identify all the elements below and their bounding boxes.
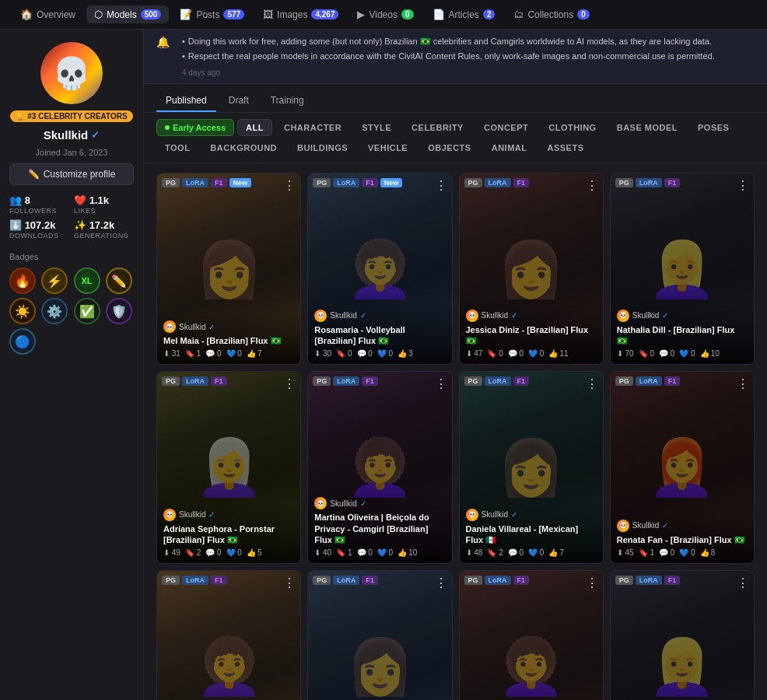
card-image: 👩 PGLoRAF1 ⋮ 💀 Skullkid ✓ Daniela Villar… <box>460 372 603 563</box>
followers-icon: 👥 <box>9 194 22 206</box>
card-user-name: Skullkid <box>482 311 508 320</box>
notice-text-1: Doing this work for free, adding some (b… <box>188 36 712 47</box>
model-card-10[interactable]: 👩 PGLoRAF1 ⋮ 💀 Skullkid ✓ Nicole Diretor… <box>307 570 452 700</box>
badge-lora: LoRA <box>182 576 208 585</box>
filter-buildings[interactable]: BUILDINGS <box>289 139 356 156</box>
card-comments: 💬 0 <box>205 349 221 358</box>
badge-f1: F1 <box>664 178 681 187</box>
model-card-9[interactable]: 👩‍🦱 PGLoRAF1 ⋮ 💀 Skullkid ✓ Bianquinha18… <box>156 570 301 700</box>
filter-animal[interactable]: ANIMAL <box>483 139 536 156</box>
filter-all[interactable]: ALL <box>237 119 272 136</box>
card-menu-button[interactable]: ⋮ <box>283 576 296 590</box>
card-user-verified: ✓ <box>662 521 668 530</box>
card-menu-button[interactable]: ⋮ <box>435 178 447 193</box>
model-card-7[interactable]: 👩 PGLoRAF1 ⋮ 💀 Skullkid ✓ Daniela Villar… <box>459 371 604 564</box>
tab-training[interactable]: Training <box>261 90 313 112</box>
card-hearts: 💙 0 <box>528 349 544 358</box>
badge-xl[interactable]: XL <box>74 268 100 294</box>
model-card-3[interactable]: 👩 PGLoRAF1 ⋮ 💀 Skullkid ✓ Jessica Diniz … <box>459 173 604 366</box>
username: Skullkid <box>44 128 89 142</box>
tab-draft[interactable]: Draft <box>219 90 258 112</box>
joined-date: Joined Jan 6, 2023 <box>36 148 108 157</box>
filter-background[interactable]: BACKGROUND <box>201 139 285 156</box>
tab-published[interactable]: Published <box>156 90 216 112</box>
card-placeholder: 👩 <box>308 571 451 700</box>
badge-check[interactable]: ✅ <box>74 298 100 324</box>
filter-tool[interactable]: TOOL <box>156 139 198 156</box>
badge-star[interactable]: ⚡ <box>41 268 68 294</box>
card-image: 👩‍🦳 PGLoRAF1 ⋮ 💀 Skullkid ✓ Adriana Seph… <box>157 372 300 563</box>
rank-text: #3 CELEBRITY CREATORS <box>27 112 127 121</box>
card-image: 👩 PGLoRAF1 ⋮ 💀 Skullkid ✓ Nicole Diretor… <box>308 571 451 700</box>
notice-banner: 🔔 • Doing this work for free, adding som… <box>144 30 767 84</box>
videos-icon: ▶ <box>357 9 365 20</box>
filter-base-model[interactable]: BASE MODEL <box>608 119 686 136</box>
model-card-8[interactable]: 👩‍🦰 PGLoRAF1 ⋮ 💀 Skullkid ✓ Renata Fan -… <box>610 371 755 564</box>
card-thumbs: 👍 3 <box>398 349 413 358</box>
username-row: Skullkid ✓ <box>44 128 100 142</box>
badges-grid: 🔥 ⚡ XL ✏️ ☀️ ⚙️ ✅ 🛡️ 🔵 <box>9 268 134 355</box>
customize-profile-button[interactable]: ✏️ Customize profile <box>9 163 134 185</box>
card-image: 👩‍🦱 PGLoRAF1New ⋮ 💀 Skullkid ✓ Rosamaria… <box>308 173 451 365</box>
nav-posts[interactable]: 📝 Posts 577 <box>172 5 252 23</box>
card-menu-button[interactable]: ⋮ <box>737 376 749 391</box>
card-overlay: 💀 Skullkid ✓ Mel Maia - [Brazilian] Flux… <box>157 314 300 364</box>
model-card-5[interactable]: 👩‍🦳 PGLoRAF1 ⋮ 💀 Skullkid ✓ Adriana Seph… <box>156 371 301 564</box>
card-overlay: 💀 Skullkid ✓ Adriana Sephora - Pornstar … <box>157 502 300 564</box>
badge-sun[interactable]: ☀️ <box>9 298 36 324</box>
nav-collections[interactable]: 🗂 Collections 0 <box>506 5 597 23</box>
card-thumbs: 👍 11 <box>548 349 568 358</box>
model-card-12[interactable]: 👱‍♀️ PGLoRAF1 ⋮ 💀 Skullkid ✓ Alissa_Wxw … <box>610 570 755 700</box>
nav-videos-label: Videos <box>369 9 397 20</box>
nav-images[interactable]: 🖼 Images 4,267 <box>255 5 346 23</box>
card-image: 👱‍♀️ PGLoRAF1 ⋮ 💀 Skullkid ✓ Alissa_Wxw … <box>611 571 754 700</box>
model-card-4[interactable]: 👱‍♀️ PGLoRAF1 ⋮ 💀 Skullkid ✓ Nathalia Di… <box>610 173 755 366</box>
card-menu-button[interactable]: ⋮ <box>737 576 749 590</box>
filter-style[interactable]: STYLE <box>353 119 400 136</box>
badge-shield[interactable]: 🛡️ <box>106 298 132 324</box>
filter-concept[interactable]: CONCEPT <box>475 119 537 136</box>
card-menu-button[interactable]: ⋮ <box>586 376 598 391</box>
card-user-name: Skullkid <box>330 499 356 508</box>
card-title: Jessica Diniz - [Brazilian] Flux 🇧🇷 <box>466 324 597 347</box>
avatar-wrapper: 💀 <box>40 42 103 104</box>
card-comments: 💬 0 <box>357 349 373 358</box>
card-downloads: ⬇ 70 <box>617 349 634 358</box>
filter-objects[interactable]: OBJECTS <box>419 139 479 156</box>
filter-poses[interactable]: POSES <box>689 119 737 136</box>
filter-celebrity[interactable]: CELEBRITY <box>403 119 472 136</box>
model-card-1[interactable]: 👩 PGLoRAF1New ⋮ 💀 Skullkid ✓ Mel Maia - … <box>156 173 301 366</box>
card-menu-button[interactable]: ⋮ <box>283 178 296 193</box>
card-menu-button[interactable]: ⋮ <box>435 576 447 590</box>
badge-pencil[interactable]: ✏️ <box>106 268 132 294</box>
filter-clothing[interactable]: CLOTHING <box>540 119 604 136</box>
filter-character[interactable]: CHARACTER <box>275 119 350 136</box>
filter-vehicle[interactable]: VEHICLE <box>359 139 416 156</box>
ea-dot <box>165 125 170 130</box>
generations-label: GENERATIONS <box>74 232 134 240</box>
card-menu-button[interactable]: ⋮ <box>283 376 296 391</box>
card-badges: PGLoRAF1 <box>615 376 681 386</box>
badge-fire[interactable]: 🔥 <box>9 268 36 294</box>
nav-models[interactable]: ⬡ Models 500 <box>86 5 169 23</box>
model-card-6[interactable]: 👩‍🦱 PGLoRAF1 ⋮ 💀 Skullkid ✓ Martina Oliv… <box>307 371 452 564</box>
badge-new: New <box>380 178 403 187</box>
filter-assets[interactable]: ASSETS <box>538 139 592 156</box>
badge-verified2[interactable]: 🔵 <box>9 328 36 355</box>
model-card-2[interactable]: 👩‍🦱 PGLoRAF1New ⋮ 💀 Skullkid ✓ Rosamaria… <box>307 173 452 366</box>
models-icon: ⬡ <box>94 9 103 20</box>
card-hearts: 💙 0 <box>377 349 393 358</box>
card-image: 👩‍🦱 PGLoRAF1 ⋮ 💀 Skullkid ✓ Martina Oliv… <box>308 372 451 563</box>
filter-early-access[interactable]: Early Access <box>156 119 234 136</box>
card-menu-button[interactable]: ⋮ <box>586 178 598 193</box>
card-image: 👩 PGLoRAF1 ⋮ 💀 Skullkid ✓ Jessica Diniz … <box>460 173 603 365</box>
card-menu-button[interactable]: ⋮ <box>435 376 447 391</box>
card-menu-button[interactable]: ⋮ <box>737 178 749 193</box>
card-menu-button[interactable]: ⋮ <box>586 576 598 590</box>
nav-overview[interactable]: 🏠 Overview <box>12 5 83 23</box>
card-thumbs: 👍 10 <box>398 548 417 557</box>
nav-articles[interactable]: 📄 Articles 2 <box>425 5 503 23</box>
badge-gear[interactable]: ⚙️ <box>41 298 68 324</box>
model-card-11[interactable]: 👩‍🦱 PGLoRAF1 ⋮ 💀 Skullkid ✓ Carol Olivei… <box>459 570 604 700</box>
nav-videos[interactable]: ▶ Videos 0 <box>349 5 421 23</box>
